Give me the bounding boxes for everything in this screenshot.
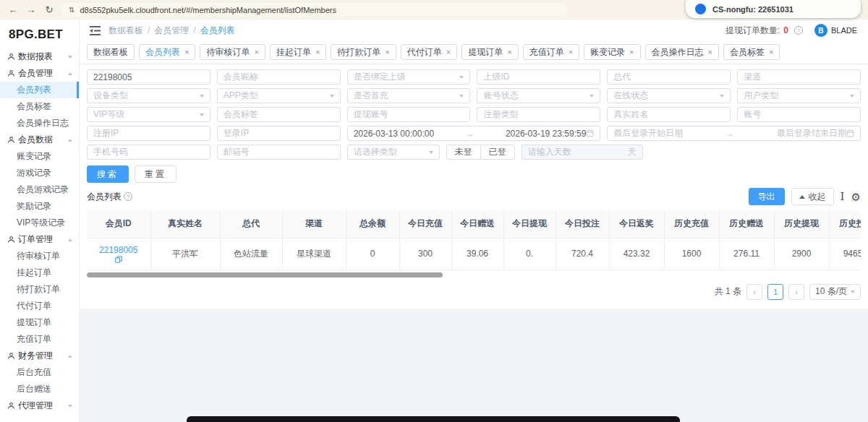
column-header[interactable]: 历史提现 [774,210,829,238]
sidebar-item[interactable]: 充值订单 [0,331,79,348]
form-select[interactable]: 是否首充 [347,88,471,103]
breadcrumb-item[interactable]: 数据看板 [109,25,143,37]
form-select[interactable]: 账号状态 [477,88,600,103]
member-id-link[interactable]: 22198005 [99,245,137,255]
form-select[interactable]: 设备类型 [87,88,210,103]
column-header[interactable]: 今日返奖 [609,210,664,238]
form-select[interactable]: 在线状态 [607,88,731,103]
form-input[interactable]: 注册类型 [477,107,600,122]
form-input[interactable]: 渠道 [737,69,861,85]
close-icon[interactable]: × [769,48,773,56]
collapse-sidebar-icon[interactable] [90,26,101,35]
back-icon[interactable]: ← [7,4,19,15]
close-icon[interactable]: × [254,48,258,56]
form-select[interactable]: VIP等级 [87,107,210,122]
close-icon[interactable]: × [184,48,189,56]
sidebar-item[interactable]: 奖励记录 [0,198,79,215]
sidebar-item[interactable]: 后台充值 [0,364,79,381]
form-input[interactable]: 注册IP [87,126,210,141]
form-input[interactable]: 邮箱号 [217,145,341,160]
close-icon[interactable]: × [569,48,573,56]
form-input[interactable]: 登录IP [217,126,341,141]
form-input[interactable]: 真实姓名 [607,107,731,122]
page-size-select[interactable]: 10 条/页 [809,284,861,300]
form-daterange[interactable]: 最后登录开始日期→最后登录结束日期 [607,126,861,141]
reset-button[interactable]: 重置 [135,165,176,183]
column-header[interactable]: 历史投注 [829,210,861,238]
avatar[interactable]: B [814,24,827,37]
tab[interactable]: 会员操作日志× [645,44,719,60]
address-bar[interactable]: ⇅ d8s552pku5elk.cloudfront.net/#/members… [61,3,568,17]
sidebar-group[interactable]: 财务管理 [0,348,79,364]
tab[interactable]: 数据看板 [87,44,135,60]
column-header[interactable]: 渠道 [282,210,346,238]
sidebar-item[interactable]: 代付订单 [0,298,79,314]
next-page-button[interactable]: › [788,284,804,300]
close-icon[interactable]: × [315,48,320,56]
login-state-button[interactable]: 已登 [480,145,515,160]
close-icon[interactable]: × [629,48,634,56]
column-header[interactable]: 今日赠送 [451,210,503,238]
tab[interactable]: 待审核订单× [200,44,265,60]
column-header[interactable]: 总余额 [346,210,399,238]
breadcrumb-item[interactable]: 会员管理 [154,25,189,37]
form-input[interactable]: 账号 [737,107,861,122]
form-input[interactable]: 上级ID [477,69,600,85]
tab[interactable]: 会员列表× [139,44,195,60]
login-state-button[interactable]: 未登 [446,145,481,160]
type-select[interactable]: 请选择类型 [347,145,440,160]
column-header[interactable]: 今日充值 [399,210,451,238]
tab[interactable]: 充值订单× [523,44,579,60]
export-button[interactable]: 导出 [749,188,785,205]
close-icon[interactable]: × [385,48,389,56]
form-input[interactable]: 提现账号 [347,107,471,122]
sidebar-item[interactable]: 会员游戏记录 [0,181,79,198]
sidebar-item[interactable]: 待打款订单 [0,281,79,298]
row-height-icon[interactable]: I [841,191,845,202]
tab[interactable]: 代付订单× [401,44,457,60]
breadcrumb-item[interactable]: 会员列表 [200,25,235,37]
prev-page-button[interactable]: ‹ [746,284,762,300]
form-select[interactable]: 用户类型 [737,88,861,103]
sidebar-item[interactable]: 游戏记录 [0,165,79,181]
column-header[interactable]: 会员ID [87,210,150,238]
page-1-button[interactable]: 1 [767,284,783,300]
form-select[interactable]: 是否绑定上级 [347,69,471,85]
column-header[interactable]: 总代 [220,210,282,238]
form-input[interactable]: 会员标签 [217,107,341,122]
sidebar-item[interactable]: 会员列表 [0,82,79,98]
sidebar-item[interactable]: 会员标签 [0,98,79,115]
tab[interactable]: 挂起订单× [270,44,326,60]
column-header[interactable]: 历史充值 [664,210,719,238]
tab[interactable]: 会员标签× [723,44,780,60]
username[interactable]: BLADE [831,26,857,35]
reload-icon[interactable]: ↻ [43,4,55,15]
column-header[interactable]: 历史赠送 [719,210,774,238]
column-header[interactable]: 今日提现 [503,210,556,238]
collapse-button[interactable]: 收起 [791,188,834,205]
copy-icon[interactable] [115,256,122,263]
tab[interactable]: 待打款订单× [331,44,396,60]
column-header[interactable]: 真实姓名 [150,210,220,238]
close-icon[interactable]: × [507,48,511,56]
sidebar-group[interactable]: 会员数据 [0,132,79,148]
panel-info-icon[interactable]: ? [124,192,132,201]
sidebar-item[interactable]: 账变记录 [0,148,79,165]
column-settings-gear-icon[interactable]: ⚙ [851,191,861,202]
sidebar-item[interactable]: VIP等级记录 [0,215,79,231]
sidebar-item[interactable]: 后台赠送 [0,381,79,397]
form-daterange[interactable]: 2026-03-13 00:00:00→2026-03-19 23:59:59 [347,126,601,141]
site-permissions-icon[interactable]: ⇅ [69,6,75,14]
info-icon[interactable]: ? [794,26,803,35]
form-input[interactable]: 手机号码 [87,145,210,160]
scrollbar-thumb[interactable] [87,272,443,277]
sidebar-item[interactable]: 待审核订单 [0,248,79,264]
forward-icon[interactable]: → [25,4,37,15]
close-icon[interactable]: × [708,48,712,56]
search-button[interactable]: 搜索 [87,165,129,183]
form-input[interactable]: 22198005 [87,69,210,85]
sidebar-item[interactable]: 会员操作日志 [0,115,79,132]
form-select[interactable]: APP类型 [217,88,341,103]
sidebar-item[interactable]: 提现订单 [0,314,79,331]
tab[interactable]: 提现订单× [461,44,518,60]
